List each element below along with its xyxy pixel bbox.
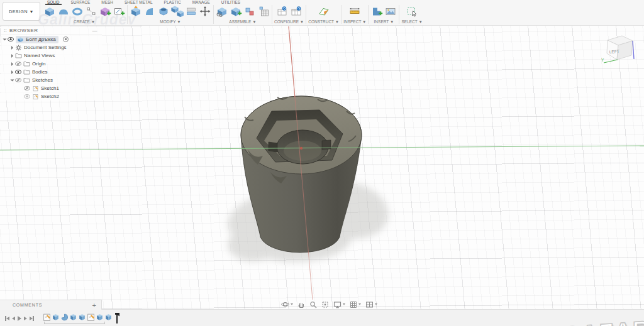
orbit-icon[interactable]	[281, 300, 293, 308]
browser-minimize-button[interactable]: —	[90, 28, 99, 33]
fillet-icon[interactable]	[143, 6, 156, 17]
new-component-icon[interactable]	[216, 6, 228, 17]
browser-title: BROWSER	[9, 28, 90, 33]
pan-icon[interactable]	[297, 301, 305, 308]
grid-snaps-icon[interactable]	[350, 301, 361, 308]
browser-item-root[interactable]: Болт дръжка	[1, 35, 102, 43]
timeline-feature-extrude[interactable]	[52, 313, 60, 322]
new-body-icon[interactable]	[43, 6, 56, 17]
rigid-group-icon[interactable]	[243, 6, 256, 17]
tab-solid[interactable]: SOLID	[42, 0, 65, 4]
step-forward-button[interactable]	[24, 317, 27, 320]
viewcube-y-axis	[604, 60, 618, 63]
create-form-icon[interactable]	[99, 6, 111, 17]
tab-mesh[interactable]: MESH	[96, 0, 119, 4]
group-inspect: INSPECT ▼	[341, 5, 369, 24]
press-pull-icon[interactable]	[130, 6, 142, 17]
chevron-collapsed-icon[interactable]	[11, 46, 13, 50]
display-settings-icon[interactable]	[333, 301, 345, 308]
chevron-expanded-icon[interactable]	[11, 79, 14, 81]
browser-item-origin[interactable]: Origin	[1, 60, 102, 68]
browser-item-bodies[interactable]: Bodies	[1, 68, 102, 76]
chevron-expanded-icon[interactable]	[3, 38, 7, 40]
visibility-eye-icon[interactable]	[8, 37, 14, 41]
add-comment-button[interactable]: +	[92, 302, 101, 308]
activate-component-radio[interactable]	[63, 36, 69, 42]
origin-label: Origin	[32, 61, 45, 67]
timeline-playback-controls	[0, 316, 34, 321]
play-button[interactable]	[18, 316, 21, 321]
group-label-configure[interactable]: CONFIGURE ▼	[274, 19, 304, 24]
form-icon[interactable]	[57, 6, 70, 17]
group-label-modify[interactable]: MODIFY ▼	[160, 19, 180, 24]
timeline-feature-extrude[interactable]	[104, 313, 113, 322]
visibility-eye-dim-icon[interactable]	[24, 94, 30, 99]
component-pattern-icon[interactable]	[257, 6, 270, 17]
go-to-start-button[interactable]	[5, 316, 9, 321]
tab-plastic[interactable]: PLASTIC	[158, 0, 187, 4]
browser-item-sketches[interactable]: Sketches	[1, 76, 102, 84]
chevron-collapsed-icon[interactable]	[11, 62, 13, 66]
bodies-label: Bodies	[32, 69, 47, 75]
joint-icon[interactable]	[230, 6, 242, 17]
group-label-create[interactable]: CREATE ▼	[74, 19, 95, 24]
visibility-eye-icon[interactable]	[15, 70, 21, 74]
browser-item-document-settings[interactable]: Document Settings	[1, 43, 102, 52]
go-to-end-button[interactable]	[30, 316, 34, 321]
step-back-button[interactable]	[12, 317, 15, 320]
named-views-label: Named Views	[24, 53, 55, 58]
view-cube[interactable]: LEFT Y	[601, 30, 641, 70]
group-label-construct[interactable]: CONSTRUCT ▼	[308, 19, 339, 24]
insert-derive-icon[interactable]	[370, 6, 383, 17]
configuration-table-icon[interactable]	[290, 6, 303, 17]
shell-icon[interactable]	[157, 6, 170, 17]
settings-gear-icon	[15, 45, 22, 51]
chevron-collapsed-icon[interactable]	[11, 70, 13, 74]
browser-item-sketch1[interactable]: Sketch1	[1, 84, 102, 92]
construct-plane-icon[interactable]	[318, 6, 330, 17]
group-label-assemble[interactable]: ASSEMBLE ▼	[229, 19, 256, 24]
timeline-playhead[interactable]	[114, 313, 120, 324]
root-component-selected: Болт дръжка	[16, 36, 58, 43]
select-icon[interactable]	[406, 6, 418, 17]
chevron-collapsed-icon[interactable]	[11, 54, 13, 58]
tab-surface[interactable]: SURFACE	[65, 0, 96, 4]
visibility-eye-off-icon[interactable]	[15, 78, 21, 82]
fusion-360-window: LEFT Y BAZAR Galin Grudev DESIGN ▼ SOLID…	[0, 0, 644, 326]
primitive-icon[interactable]	[85, 6, 97, 17]
fit-icon[interactable]	[321, 301, 329, 308]
browser-item-named-views[interactable]: Named Views	[1, 52, 102, 60]
viewports-icon[interactable]	[365, 301, 377, 308]
viewcube-z-axis	[633, 41, 634, 59]
revolve-icon[interactable]	[71, 6, 84, 17]
tab-sheet-metal[interactable]: SHEET METAL	[119, 0, 158, 4]
timeline-feature-extrude[interactable]	[78, 313, 86, 322]
measure-icon[interactable]	[348, 6, 361, 17]
timeline-feature-revolve[interactable]	[60, 313, 69, 322]
visibility-eye-off-icon[interactable]	[24, 86, 30, 90]
zoom-icon[interactable]	[309, 301, 317, 308]
group-label-inspect[interactable]: INSPECT ▼	[343, 19, 366, 24]
move-copy-icon[interactable]	[199, 6, 211, 17]
timeline-feature-extrude[interactable]	[69, 313, 77, 322]
canvas-icon[interactable]	[384, 6, 397, 17]
sketch2-label: Sketch2	[41, 94, 59, 99]
tab-manage[interactable]: MANAGE	[187, 0, 216, 4]
tab-utilities[interactable]: UTILITIES	[216, 0, 246, 4]
combine-icon[interactable]	[171, 6, 184, 17]
visibility-eye-off-icon[interactable]	[15, 62, 21, 66]
browser-item-sketch2[interactable]: Sketch2	[1, 92, 102, 101]
timeline-feature-sketch[interactable]	[43, 313, 51, 322]
create-sketch-icon[interactable]	[113, 6, 125, 17]
group-label-insert[interactable]: INSERT ▼	[374, 19, 394, 24]
split-body-icon[interactable]	[185, 6, 197, 17]
timeline-feature-sketch[interactable]	[87, 313, 95, 322]
browser-header[interactable]: ⁞⁞ BROWSER —	[1, 26, 102, 35]
comments-panel[interactable]: COMMENTS +	[0, 300, 102, 310]
timeline-feature-extrude[interactable]	[96, 313, 104, 322]
drag-handle-icon[interactable]: ⁞⁞	[4, 28, 7, 33]
group-label-select[interactable]: SELECT ▼	[401, 19, 422, 24]
design-workspace-menu[interactable]: DESIGN ▼	[3, 2, 40, 21]
root-component-label: Болт дръжка	[26, 36, 56, 42]
configuration-icon[interactable]	[276, 6, 289, 17]
